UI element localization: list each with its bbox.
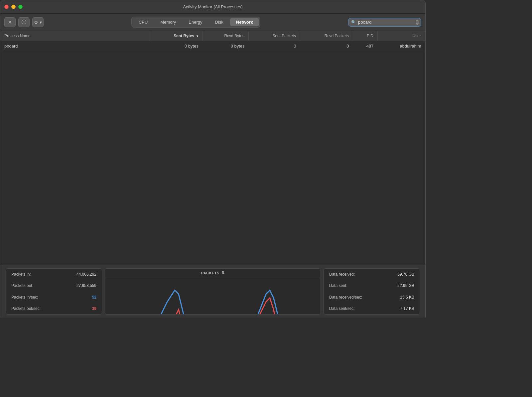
- tab-disk[interactable]: Disk: [209, 18, 229, 26]
- search-input[interactable]: [358, 20, 414, 25]
- col-pid[interactable]: PID: [353, 31, 378, 41]
- packets-in-sec-label: Packets in/sec:: [11, 295, 38, 300]
- packets-out-row: Packets out: 27,953,559: [11, 283, 96, 288]
- col-sent-packets[interactable]: Sent Packets: [249, 31, 300, 41]
- stats-right-panel: Data received: 59.70 GB Data sent: 22.99…: [324, 268, 420, 315]
- packets-out-sec-row: Packets out/sec: 39: [11, 306, 96, 311]
- cell-rcvd-bytes: 0 bytes: [202, 41, 249, 51]
- table-row[interactable]: pboard 0 bytes 0 bytes 0 0 487 abdulrahi…: [0, 41, 425, 51]
- minimize-button[interactable]: [11, 5, 16, 9]
- col-rcvd-packets[interactable]: Rcvd Packets: [300, 31, 353, 41]
- data-sent-sec-label: Data sent/sec:: [329, 306, 355, 311]
- search-clear-button[interactable]: ✕: [416, 20, 419, 25]
- packets-in-value: 44,066,292: [76, 272, 96, 277]
- col-rcvd-bytes[interactable]: Rcvd Bytes: [202, 31, 249, 41]
- traffic-lights: [4, 5, 23, 9]
- chart-red-line: [106, 298, 319, 315]
- cell-process-name: pboard: [0, 41, 149, 51]
- bottom-panel: Packets in: 44,066,292 Packets out: 27,9…: [0, 265, 425, 318]
- data-sent-label: Data sent:: [329, 283, 347, 288]
- cell-pid: 487: [353, 41, 378, 51]
- data-sent-sec-row: Data sent/sec: 7.17 KB: [329, 306, 414, 311]
- tab-group: CPU Memory Energy Disk Network: [131, 17, 260, 28]
- packets-in-row: Packets in: 44,066,292: [11, 272, 96, 277]
- cell-sent-bytes: 0 bytes: [149, 41, 202, 51]
- col-sent-bytes[interactable]: Sent Bytes ▾: [149, 31, 202, 41]
- data-sent-row: Data sent: 22.99 GB: [329, 283, 414, 288]
- info-icon: ⓘ: [22, 19, 26, 25]
- table-container[interactable]: Process Name Sent Bytes ▾ Rcvd Bytes Sen…: [0, 31, 425, 265]
- data-received-sec-value: 15.5 KB: [400, 295, 414, 300]
- table-header-row: Process Name Sent Bytes ▾ Rcvd Bytes Sen…: [0, 31, 425, 41]
- packets-out-label: Packets out:: [11, 283, 33, 288]
- chart-label: PACKETS: [201, 271, 219, 275]
- info-button[interactable]: ⓘ: [18, 17, 30, 27]
- packets-out-value: 27,953,559: [76, 283, 96, 288]
- gear-button[interactable]: ⚙ ▾: [32, 17, 44, 27]
- data-sent-sec-value: 7.17 KB: [400, 306, 414, 311]
- chart-body: [105, 277, 321, 315]
- network-chart-svg: [106, 279, 319, 315]
- chart-blue-line: [106, 290, 319, 315]
- chart-panel: PACKETS ⇅: [105, 268, 321, 315]
- col-user[interactable]: User: [378, 31, 425, 41]
- packets-out-sec-label: Packets out/sec:: [11, 306, 41, 311]
- app-window: Activity Monitor (All Processes) ✕ ⓘ ⚙ ▾…: [0, 0, 426, 318]
- tab-memory[interactable]: Memory: [154, 18, 182, 26]
- maximize-button[interactable]: [18, 5, 23, 9]
- tab-network[interactable]: Network: [230, 18, 259, 26]
- title-bar: Activity Monitor (All Processes): [0, 0, 425, 14]
- gear-icon: ⚙ ▾: [34, 20, 42, 25]
- sort-arrow-icon: ▾: [197, 34, 198, 38]
- data-sent-value: 22.99 GB: [397, 283, 414, 288]
- search-icon: 🔍: [351, 20, 356, 25]
- packets-in-sec-value: 52: [92, 295, 96, 300]
- window-title: Activity Monitor (All Processes): [183, 4, 242, 9]
- packets-out-sec-value: 39: [92, 306, 96, 311]
- cell-rcvd-packets: 0: [300, 41, 353, 51]
- packets-in-sec-row: Packets in/sec: 52: [11, 295, 96, 300]
- cell-user: abdulrahim: [378, 41, 425, 51]
- tab-cpu[interactable]: CPU: [133, 18, 154, 26]
- close-button[interactable]: [4, 5, 9, 9]
- main-content: Process Name Sent Bytes ▾ Rcvd Bytes Sen…: [0, 31, 425, 265]
- packets-in-label: Packets in:: [11, 272, 31, 277]
- data-received-row: Data received: 59.70 GB: [329, 272, 414, 277]
- col-process-name[interactable]: Process Name: [0, 31, 149, 41]
- data-received-sec-label: Data received/sec:: [329, 295, 362, 300]
- chart-header: PACKETS ⇅: [105, 269, 321, 277]
- chart-sort-icon[interactable]: ⇅: [221, 271, 225, 275]
- x-icon: ✕: [8, 20, 12, 25]
- cell-sent-packets: 0: [249, 41, 300, 51]
- stats-left-panel: Packets in: 44,066,292 Packets out: 27,9…: [6, 268, 102, 315]
- data-received-sec-row: Data received/sec: 15.5 KB: [329, 295, 414, 300]
- data-received-label: Data received:: [329, 272, 355, 277]
- data-received-value: 59.70 GB: [397, 272, 414, 277]
- table-body: pboard 0 bytes 0 bytes 0 0 487 abdulrahi…: [0, 41, 425, 51]
- search-box: 🔍 ✕: [348, 18, 421, 27]
- toolbar: ✕ ⓘ ⚙ ▾ CPU Memory Energy Disk Network 🔍…: [0, 14, 425, 31]
- tab-energy[interactable]: Energy: [183, 18, 208, 26]
- close-icon-button[interactable]: ✕: [4, 17, 16, 27]
- process-table: Process Name Sent Bytes ▾ Rcvd Bytes Sen…: [0, 31, 425, 51]
